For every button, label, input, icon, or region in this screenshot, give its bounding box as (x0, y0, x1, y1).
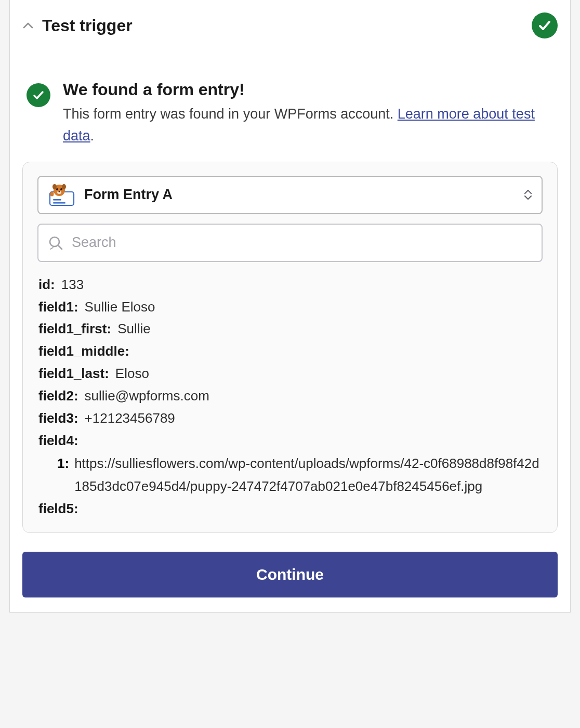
field-key: field4: (38, 430, 78, 452)
selector-caret-icon (524, 189, 532, 200)
svg-point-7 (59, 191, 60, 192)
field-key: field1_middle: (38, 340, 129, 362)
field-value: Sullie (117, 318, 151, 340)
field-key: field1_last: (38, 362, 109, 385)
field-row: field4: (38, 430, 542, 452)
search-box[interactable] (37, 224, 543, 262)
field-row: field1_last:Eloso (38, 362, 542, 385)
field-row: id:133 (38, 274, 542, 296)
field-list: id:133field1:Sullie Elosofield1_first:Su… (37, 262, 543, 520)
chevron-up-icon[interactable] (22, 20, 34, 31)
field-value: sullie@wpforms.com (85, 385, 209, 407)
field-value: Eloso (115, 362, 149, 385)
field-key: field1_first: (38, 318, 111, 340)
svg-line-12 (59, 246, 62, 249)
continue-button[interactable]: Continue (22, 552, 558, 597)
svg-rect-2 (53, 202, 65, 204)
field-row: field1_middle: (38, 340, 542, 362)
status-check-icon (27, 83, 50, 107)
entry-selector[interactable]: Form Entry A (37, 176, 543, 214)
svg-point-4 (56, 188, 58, 190)
panel-header: Test trigger (22, 9, 558, 48)
success-check-icon (532, 12, 558, 38)
svg-point-5 (60, 188, 62, 190)
svg-point-8 (52, 184, 57, 189)
field-value: Sullie Eloso (85, 296, 155, 318)
field-row: field5: (38, 498, 542, 520)
field-sub-row: 1:https://sulliesflowers.com/wp-content/… (38, 452, 542, 498)
field-key: id: (38, 274, 55, 296)
field-key: field1: (38, 296, 78, 318)
field-sub-value: https://sulliesflowers.com/wp-content/up… (74, 452, 542, 498)
status-heading: We found a form entry! (63, 80, 553, 99)
field-row: field2:sullie@wpforms.com (38, 385, 542, 407)
status-description: This form entry was found in your WPForm… (63, 103, 553, 147)
status-message: We found a form entry! This form entry w… (22, 48, 558, 162)
field-value: 133 (61, 274, 84, 296)
field-key: field2: (38, 385, 78, 407)
field-key: field3: (38, 407, 78, 430)
svg-point-10 (50, 191, 54, 196)
search-icon (48, 235, 63, 251)
field-row: field1_first:Sullie (38, 318, 542, 340)
svg-point-11 (50, 237, 59, 246)
svg-line-13 (50, 248, 53, 249)
svg-rect-1 (53, 199, 61, 201)
field-key: field5: (38, 498, 78, 520)
svg-point-9 (62, 184, 66, 189)
field-value: +12123456789 (85, 407, 175, 430)
panel-title: Test trigger (42, 16, 133, 35)
field-row: field3:+12123456789 (38, 407, 542, 430)
data-card: Form Entry A id:133field1:Sullie Elosofi… (22, 162, 558, 533)
entry-selector-label: Form Entry A (84, 187, 524, 203)
field-row: field1:Sullie Eloso (38, 296, 542, 318)
wpforms-icon (48, 184, 76, 206)
search-input[interactable] (72, 235, 532, 251)
field-sub-key: 1: (57, 452, 69, 498)
